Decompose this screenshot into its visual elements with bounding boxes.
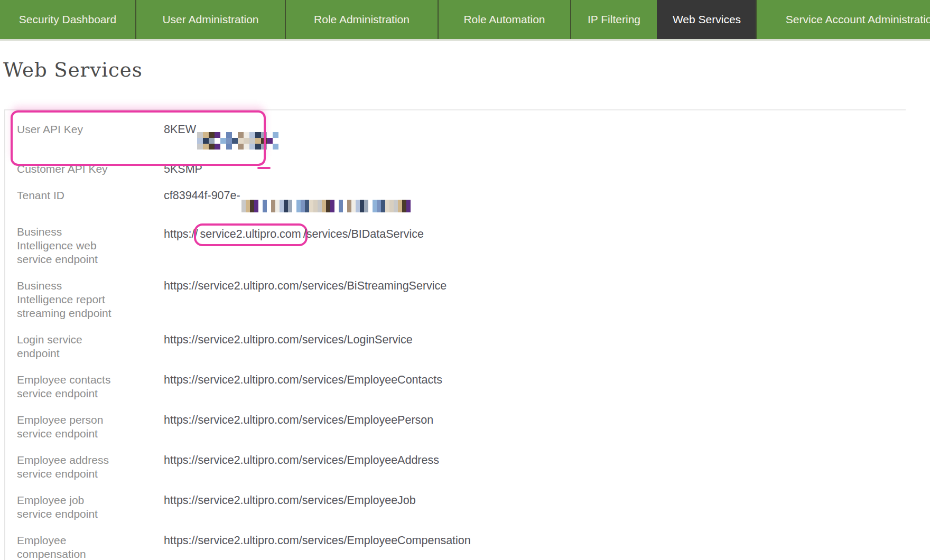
field-label: Business Intelligence report streaming e… [17,279,149,320]
tab-label: Security Dashboard [19,13,116,26]
table-row: User API Key 8KEW [17,123,906,150]
tab-role-administration[interactable]: Role Administration [285,0,438,39]
value-text: https://service2.ultipro.com/services/Em… [164,374,442,386]
field-value: https://service2.ultipro.com/services/Em… [164,453,439,467]
url-text: https:// [164,228,198,240]
table-row: Employee job service endpoint https://se… [17,493,906,521]
web-services-field-table: User API Key 8KEW Customer API Key 5KSMP… [4,109,906,560]
tab-label: Role Automation [463,13,545,26]
tab-label: Role Administration [314,13,410,26]
page-title: Web Services [3,59,930,82]
value-text: https://service2.ultipro.com/services/Lo… [164,333,413,346]
tab-service-account-administration[interactable]: Service Account Administration [756,0,930,39]
redacted-value [241,200,415,212]
field-label: Employee job service endpoint [17,493,149,521]
field-value: cf83944f-907e- [164,189,415,212]
field-label: Employee compensation service endpoint [17,534,149,560]
table-row: Tenant ID cf83944f-907e- [17,189,906,212]
tab-web-services[interactable]: Web Services [657,0,756,39]
field-value: 8KEW [164,123,278,150]
field-label: Tenant ID [17,189,149,202]
tab-label: Service Account Administration [786,13,930,26]
field-value: https://service2.ultipro.com/services/BI… [164,225,424,243]
annotation-circle-domain: service2.ultipro.com [194,223,308,246]
field-value: 5KSMP [164,162,202,176]
table-row: Employee contacts service endpoint https… [17,373,906,400]
value-text: https://service2.ultipro.com/services/Bi… [164,279,447,292]
field-value: https://service2.ultipro.com/services/Em… [164,413,433,427]
tab-security-dashboard[interactable]: Security Dashboard [0,0,135,39]
value-text: 8KEW [164,123,196,136]
tab-role-automation[interactable]: Role Automation [438,0,570,39]
table-row: Login service endpoint https://service2.… [17,333,906,360]
field-value: https://service2.ultipro.com/services/Em… [164,373,442,387]
field-label: Employee person service endpoint [17,413,149,441]
table-row: Employee address service endpoint https:… [17,453,906,481]
field-value: https://service2.ultipro.com/services/Em… [164,493,416,507]
tab-label: User Administration [162,13,258,26]
field-label: Employee address service endpoint [17,453,149,481]
field-label: Login service endpoint [17,333,149,360]
security-tab-bar: Security Dashboard User Administration R… [0,0,930,41]
table-row: Employee compensation service endpoint h… [17,534,906,560]
value-text: https://service2.ultipro.com/services/Em… [164,454,439,466]
table-row: Customer API Key 5KSMP [17,162,906,176]
field-label: Customer API Key [17,162,149,176]
tab-ip-filtering[interactable]: IP Filtering [570,0,657,39]
value-text: https://service2.ultipro.com/services/Em… [164,534,471,547]
field-value: https://service2.ultipro.com/services/Lo… [164,333,413,347]
table-row: Business Intelligence report streaming e… [17,279,906,320]
table-row: Employee person service endpoint https:/… [17,413,906,441]
field-label: Employee contacts service endpoint [17,373,149,400]
value-text: 5KSMP [164,163,202,175]
field-label: User API Key [17,123,149,136]
value-text: cf83944f-907e- [164,189,240,202]
field-value: https://service2.ultipro.com/services/Bi… [164,279,447,293]
field-label: Business Intelligence web service endpoi… [17,225,149,266]
tab-label: Web Services [673,13,741,26]
field-value: https://service2.ultipro.com/services/Em… [164,534,471,547]
table-row: Business Intelligence web service endpoi… [17,225,906,266]
tab-label: IP Filtering [588,13,640,26]
value-text: https://service2.ultipro.com/services/Em… [164,414,433,426]
url-text: /services/BIDataService [303,228,424,240]
redacted-value [197,132,278,150]
value-text: https://service2.ultipro.com/services/Em… [164,494,416,507]
tab-user-administration[interactable]: User Administration [135,0,285,39]
